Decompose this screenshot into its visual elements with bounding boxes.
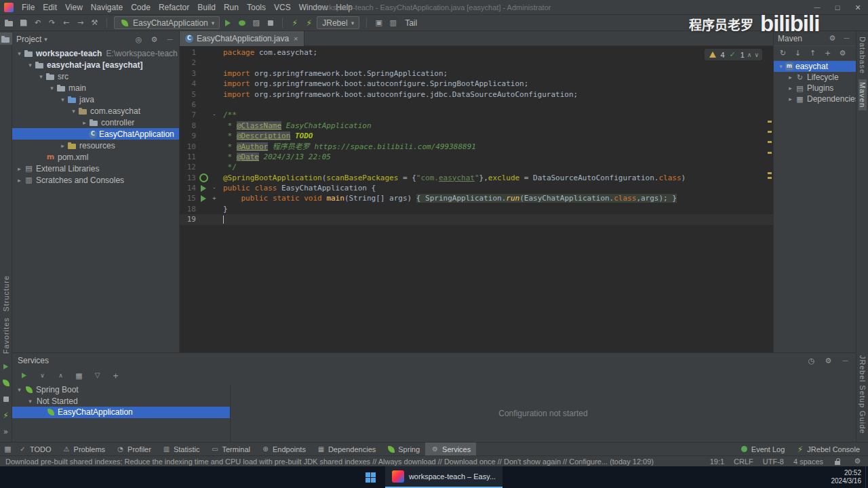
menu-build[interactable]: Build <box>193 3 220 12</box>
toolwindow-button-jrebel-console[interactable]: JRebel Console <box>790 443 865 455</box>
close-icon[interactable] <box>848 0 868 14</box>
tool-window-switcher-icon[interactable] <box>3 444 13 454</box>
prev-problem-icon[interactable]: ∧ <box>747 52 752 58</box>
inspections-widget[interactable]: 4 1 ∧ ∨ <box>705 49 762 60</box>
menu-run[interactable]: Run <box>220 3 243 12</box>
collapse-icon[interactable] <box>56 371 66 381</box>
jrebel-select[interactable]: JRebel <box>317 16 359 29</box>
chevron-right-icon[interactable]: ▸ <box>15 177 24 184</box>
chevron-down-icon[interactable]: ▾ <box>47 85 56 92</box>
run-configuration-select[interactable]: EasyChatApplication <box>114 16 220 29</box>
open-folder-icon[interactable] <box>4 18 14 28</box>
toolwindow-button-endpoints[interactable]: Endpoints <box>256 443 311 455</box>
services-row-spring-boot[interactable]: ▾Spring Boot <box>12 384 230 396</box>
run-icon[interactable] <box>199 194 209 204</box>
hide-icon[interactable] <box>842 33 852 43</box>
fold-marker-icon[interactable]: - <box>211 183 218 193</box>
line-separator[interactable]: CRLF <box>734 458 753 466</box>
stop-icon[interactable] <box>265 18 275 28</box>
redo-icon[interactable] <box>47 18 57 28</box>
project-row-main[interactable]: ▾main <box>12 82 179 94</box>
status-message[interactable]: Download pre-built shared indexes: Reduc… <box>5 458 654 466</box>
services-row-easychatapplication[interactable]: EasyChatApplication <box>12 407 230 418</box>
hide-icon[interactable] <box>840 356 850 366</box>
menu-view[interactable]: View <box>61 3 87 12</box>
toolwindow-button-todo[interactable]: TODO <box>13 443 57 455</box>
download-icon[interactable] <box>793 48 803 58</box>
maven-row-dependencies[interactable]: ▸Dependencies <box>774 94 856 104</box>
chevron-down-icon[interactable]: ▾ <box>37 73 45 80</box>
spring-icon[interactable] <box>1 378 11 388</box>
project-row-com-easychat[interactable]: ▾com.easychat <box>12 105 179 117</box>
stripe-tab-jrebel-setup-guide[interactable]: JRebel Setup Guide <box>859 355 867 434</box>
back-icon[interactable] <box>61 18 71 28</box>
chevron-down-icon[interactable]: ▾ <box>26 62 35 68</box>
camera-icon[interactable] <box>374 18 384 28</box>
stop-icon[interactable] <box>1 394 11 404</box>
project-row-controller[interactable]: ▸controller <box>12 117 179 128</box>
chevron-right-icon[interactable]: ▸ <box>786 85 795 92</box>
gear-icon[interactable] <box>837 48 848 58</box>
chevron-down-icon[interactable]: ▾ <box>15 386 24 393</box>
stripe-tab-favorites[interactable]: Favorites <box>2 317 10 354</box>
caret-position[interactable]: 19:1 <box>710 458 724 466</box>
code-editor[interactable]: 1package com.easychat;23import org.sprin… <box>180 46 773 352</box>
project-row-src[interactable]: ▾src <box>12 70 179 82</box>
maximize-icon[interactable] <box>827 0 848 14</box>
chevron-right-icon[interactable]: ▸ <box>786 96 795 102</box>
chevron-down-icon[interactable]: ▾ <box>58 96 67 103</box>
close-tab-icon[interactable] <box>294 35 298 43</box>
project-row-java[interactable]: ▾java <box>12 94 179 105</box>
expand-icon[interactable] <box>37 371 47 381</box>
next-problem-icon[interactable]: ∨ <box>754 52 759 58</box>
refresh-icon[interactable] <box>778 48 788 58</box>
run-icon[interactable] <box>222 18 233 28</box>
menu-code[interactable]: Code <box>127 3 155 12</box>
toolwindow-button-services[interactable]: Services <box>425 443 476 455</box>
history-icon[interactable] <box>806 356 816 366</box>
menu-vcs[interactable]: VCS <box>270 3 295 12</box>
chevron-down-icon[interactable]: ▾ <box>15 50 24 57</box>
project-row-easychatapplication[interactable]: EasyChatApplication <box>12 128 179 140</box>
plus-icon[interactable] <box>823 48 833 58</box>
chevron-right-icon[interactable]: ▸ <box>15 165 24 172</box>
upload-icon[interactable] <box>808 48 818 58</box>
chevron-down-icon[interactable]: ▾ <box>26 398 35 405</box>
spring-bean-icon[interactable] <box>199 173 209 183</box>
project-row-pom-xml[interactable]: pom.xml <box>12 151 179 163</box>
project-panel-title[interactable]: Project <box>16 35 41 44</box>
taskbar-clock[interactable]: 20:52 2024/3/16 <box>831 469 862 485</box>
more-icon[interactable] <box>1 426 11 436</box>
maven-row-easychat[interactable]: ▾easychat <box>774 61 856 72</box>
toolwindow-button-statistic[interactable]: Statistic <box>157 443 205 455</box>
jrebel-icon[interactable] <box>1 410 11 420</box>
stripe-tab-project[interactable] <box>0 33 12 45</box>
chevron-right-icon[interactable]: ▸ <box>80 119 89 126</box>
show-desktop-button[interactable] <box>865 466 868 488</box>
project-row-external-libraries[interactable]: ▸External Libraries <box>12 163 179 174</box>
project-row-resources[interactable]: ▸resources <box>12 140 179 151</box>
menu-refactor[interactable]: Refactor <box>155 3 193 12</box>
editor-tab[interactable]: EasyChatApplication.java <box>180 31 304 46</box>
save-icon[interactable] <box>18 18 28 28</box>
filter-icon[interactable] <box>92 371 102 381</box>
project-row-scratches-and-consoles[interactable]: ▸Scratches and Consoles <box>12 174 179 186</box>
mem-icon[interactable] <box>388 18 398 28</box>
chevron-right-icon[interactable]: ▸ <box>58 142 67 149</box>
taskbar-task-idea[interactable]: workspace-teach – Easy... <box>385 466 502 488</box>
menu-file[interactable]: File <box>18 3 39 12</box>
run-icon[interactable] <box>199 183 209 193</box>
stripe-tab-maven[interactable]: Maven <box>859 79 867 110</box>
hide-icon[interactable] <box>165 35 175 45</box>
gear-icon[interactable] <box>823 356 833 366</box>
maven-row-plugins[interactable]: ▸Plugins <box>774 83 856 94</box>
run-small-icon[interactable] <box>1 361 11 371</box>
tail-label[interactable]: Tail <box>405 18 417 28</box>
chevron-right-icon[interactable]: ▸ <box>786 74 795 81</box>
lock-icon[interactable] <box>833 456 843 466</box>
toolwindow-button-profiler[interactable]: Profiler <box>111 443 157 455</box>
gear-icon[interactable] <box>827 33 837 43</box>
minimize-icon[interactable] <box>807 0 827 14</box>
toolwindow-button-problems[interactable]: Problems <box>57 443 111 455</box>
services-panel-title[interactable]: Services <box>18 356 49 365</box>
